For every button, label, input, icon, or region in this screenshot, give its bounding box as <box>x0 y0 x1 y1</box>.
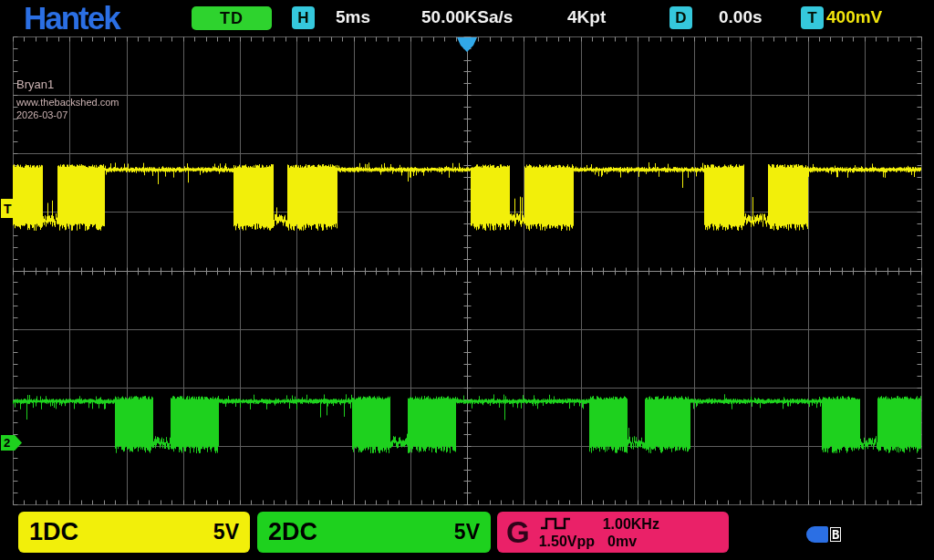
acquisition-status-badge[interactable]: TD <box>192 6 272 30</box>
ch1-volts-per-div: 5V <box>213 520 239 544</box>
usb-device-indicator: B <box>806 526 841 543</box>
horizontal-offset-readout: 0.00s <box>719 7 763 27</box>
usb-icon <box>806 526 828 543</box>
oscilloscope-screen: Hantek TD H 5ms 50.00KSa/s 4Kpt D 0.00s … <box>0 0 934 560</box>
trigger-level-readout: 400mV <box>826 7 882 27</box>
generator-label: G <box>506 517 530 547</box>
user-annotation: Bryan1 www.thebackshed.com 2026-03-07 <box>16 78 119 123</box>
waveform-display <box>0 0 934 560</box>
ch2-label: 2DC <box>268 518 317 546</box>
record-length-readout: 4Kpt <box>567 7 606 27</box>
generator-badge[interactable]: G 1.00KHz 1.50Vpp 0mv <box>497 512 729 553</box>
ch2-volts-per-div: 5V <box>454 520 480 544</box>
ch1-label: 1DC <box>29 518 78 546</box>
delay-menu-badge[interactable]: D <box>669 6 692 29</box>
usb-label: B <box>830 527 841 542</box>
trigger-menu-badge[interactable]: T <box>801 6 824 29</box>
annotation-line-2: www.thebackshed.com <box>16 98 119 108</box>
sample-rate-readout: 50.00KSa/s <box>421 7 513 27</box>
generator-amplitude: 1.50Vpp <box>539 533 595 550</box>
ch2-badge[interactable]: 2DC 5V <box>257 512 491 553</box>
timebase-readout: 5ms <box>336 7 370 27</box>
annotation-line-1: Bryan1 <box>16 78 119 90</box>
annotation-line-3: 2026-03-07 <box>16 110 119 120</box>
square-wave-icon <box>539 516 572 531</box>
generator-readouts: 1.00KHz 1.50Vpp 0mv <box>539 515 720 550</box>
generator-offset: 0mv <box>607 533 637 550</box>
horizontal-menu-badge[interactable]: H <box>292 6 315 29</box>
hantek-logo: Hantek <box>24 0 119 36</box>
generator-frequency: 1.00KHz <box>603 515 659 533</box>
ch1-badge[interactable]: 1DC 5V <box>18 512 250 553</box>
